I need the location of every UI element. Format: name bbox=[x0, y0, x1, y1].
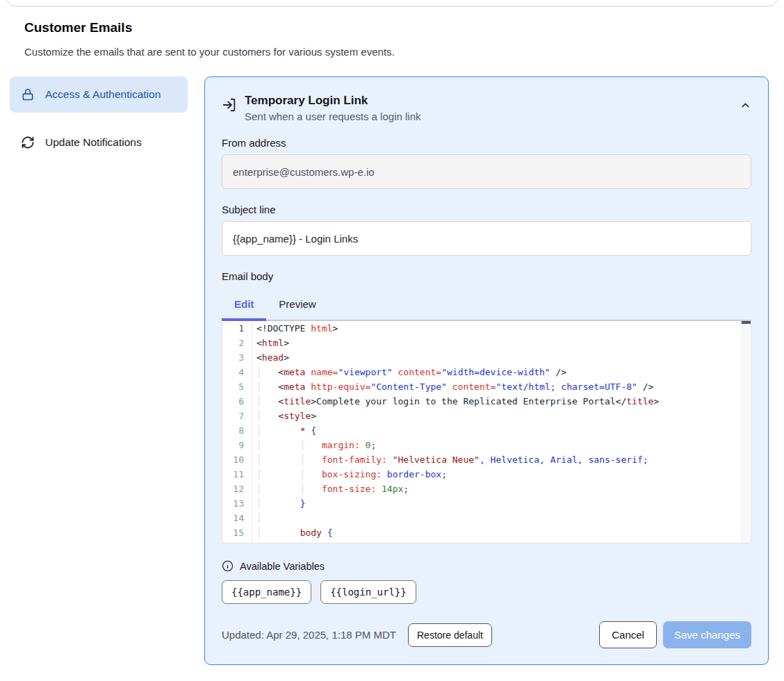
code-line[interactable]: 3<head> bbox=[222, 350, 751, 365]
restore-default-button[interactable]: Restore default bbox=[408, 623, 492, 647]
code-line-text: │ │ margin: 0; bbox=[252, 438, 376, 452]
line-number: 12 bbox=[222, 482, 252, 496]
refresh-icon bbox=[21, 136, 35, 149]
code-line[interactable]: 11│ │ box-sizing: border-box; bbox=[222, 467, 751, 482]
line-number: 4 bbox=[222, 365, 252, 379]
code-line[interactable]: 5│ <meta http-equiv="Content-Type" conte… bbox=[222, 379, 751, 394]
chip-app-name[interactable]: {{app_name}} bbox=[222, 580, 311, 604]
log-in-icon bbox=[222, 97, 237, 122]
tab-preview[interactable]: Preview bbox=[266, 291, 328, 321]
line-number: 2 bbox=[222, 336, 252, 350]
code-line[interactable]: 13│ } bbox=[222, 496, 751, 511]
line-number: 16 bbox=[222, 540, 252, 543]
from-address-label: From address bbox=[222, 137, 751, 149]
code-line-text: │ <meta http-equiv="Content-Type" conten… bbox=[252, 379, 653, 394]
chevron-up-icon bbox=[740, 99, 751, 111]
panel-titles: Temporary Login Link Sent when a user re… bbox=[245, 94, 732, 122]
code-line-text: │ <style> bbox=[252, 409, 316, 423]
code-line-text: │ <title>Complete your login to the Repl… bbox=[252, 394, 659, 409]
line-number: 1 bbox=[222, 321, 252, 336]
line-number: 5 bbox=[222, 379, 252, 394]
sidebar-item-label: Access & Authentication bbox=[45, 86, 161, 103]
code-line-text: │ │ box-sizing: border-box; bbox=[252, 467, 447, 482]
from-address-input[interactable] bbox=[222, 154, 751, 189]
page-subtitle: Customize the emails that are sent to yo… bbox=[24, 46, 395, 58]
cancel-button[interactable]: Cancel bbox=[599, 621, 657, 648]
line-number: 3 bbox=[222, 350, 252, 365]
line-number: 10 bbox=[222, 452, 252, 467]
code-line[interactable]: 15│ body { bbox=[222, 525, 751, 540]
sidebar-item-access-authentication[interactable]: Access & Authentication bbox=[10, 76, 188, 113]
code-line-text: │ bbox=[252, 511, 262, 525]
email-body-tabs: EditPreview bbox=[222, 291, 751, 321]
collapse-panel-button[interactable] bbox=[740, 99, 751, 122]
updated-timestamp: Updated: Apr 29, 2025, 1:18 PM MDT bbox=[222, 629, 396, 641]
line-number: 15 bbox=[222, 525, 252, 540]
code-line-text: │ body { bbox=[252, 525, 333, 540]
subject-line-input[interactable] bbox=[222, 221, 751, 256]
code-line-text: <!DOCTYPE html> bbox=[252, 321, 338, 336]
code-line-text: │ <meta name="viewport" content="width=d… bbox=[252, 365, 566, 379]
line-number: 9 bbox=[222, 438, 252, 452]
save-changes-button[interactable]: Save changes bbox=[663, 621, 751, 648]
editor-scrollbar-track[interactable] bbox=[742, 321, 751, 543]
page-title: Customer Emails bbox=[24, 20, 132, 35]
line-number: 8 bbox=[222, 423, 252, 438]
temporary-login-link-panel: Temporary Login Link Sent when a user re… bbox=[204, 76, 769, 665]
code-line[interactable]: 10│ │ font-family: "Helvetica Neue", Hel… bbox=[222, 452, 751, 467]
code-line[interactable]: 12│ │ font-size: 14px; bbox=[222, 482, 751, 496]
code-editor-lines: 1<!DOCTYPE html>2<html>3<head>4│ <meta n… bbox=[222, 321, 751, 543]
code-line-text: │ │ background-color: #f8f8f8; bbox=[252, 540, 463, 543]
panel-subtitle: Sent when a user requests a login link bbox=[245, 110, 732, 122]
subject-line-label: Subject line bbox=[222, 204, 751, 215]
available-variables-label: Available Variables bbox=[240, 561, 325, 572]
code-line-text: <html> bbox=[252, 336, 289, 350]
code-line[interactable]: 4│ <meta name="viewport" content="width=… bbox=[222, 365, 751, 379]
code-editor[interactable]: 1<!DOCTYPE html>2<html>3<head>4│ <meta n… bbox=[222, 320, 751, 543]
code-line-text: │ │ font-family: "Helvetica Neue", Helve… bbox=[252, 452, 648, 467]
info-icon[interactable] bbox=[222, 560, 234, 572]
code-line[interactable]: 7│ <style> bbox=[222, 409, 751, 423]
line-number: 6 bbox=[222, 394, 252, 409]
top-panel-edge bbox=[7, 0, 777, 7]
line-number: 13 bbox=[222, 496, 252, 511]
lock-icon bbox=[21, 88, 35, 101]
code-line-text: │ } bbox=[252, 496, 305, 511]
code-line-text: │ │ font-size: 14px; bbox=[252, 482, 409, 496]
code-line[interactable]: 6│ <title>Complete your login to the Rep… bbox=[222, 394, 751, 409]
code-line[interactable]: 8│ * { bbox=[222, 423, 751, 438]
panel-header: Temporary Login Link Sent when a user re… bbox=[222, 94, 751, 122]
code-line[interactable]: 1<!DOCTYPE html> bbox=[222, 321, 751, 336]
available-variables-row: Available Variables bbox=[222, 560, 751, 572]
code-line[interactable]: 2<html> bbox=[222, 336, 751, 350]
panel-title: Temporary Login Link bbox=[245, 94, 732, 108]
line-number: 11 bbox=[222, 467, 252, 482]
tab-edit[interactable]: Edit bbox=[222, 291, 266, 321]
code-line[interactable]: 16│ │ background-color: #f8f8f8; bbox=[222, 540, 751, 543]
code-line-text: │ * { bbox=[252, 423, 316, 438]
code-line[interactable]: 9│ │ margin: 0; bbox=[222, 438, 751, 452]
email-types-sidebar: Access & AuthenticationUpdate Notificati… bbox=[10, 76, 188, 161]
line-number: 7 bbox=[222, 409, 252, 423]
code-line[interactable]: 14│ bbox=[222, 511, 751, 525]
email-body-label: Email body bbox=[222, 270, 751, 282]
sidebar-item-label: Update Notifications bbox=[45, 134, 142, 151]
chip-login-url[interactable]: {{login_url}} bbox=[320, 580, 416, 604]
code-line-text: <head> bbox=[252, 350, 289, 365]
variable-chips: {{app_name}}{{login_url}} bbox=[222, 580, 751, 604]
sidebar-item-update-notifications[interactable]: Update Notifications bbox=[10, 124, 188, 161]
line-number: 14 bbox=[222, 511, 252, 525]
panel-footer: Updated: Apr 29, 2025, 1:18 PM MDT Resto… bbox=[222, 621, 751, 648]
